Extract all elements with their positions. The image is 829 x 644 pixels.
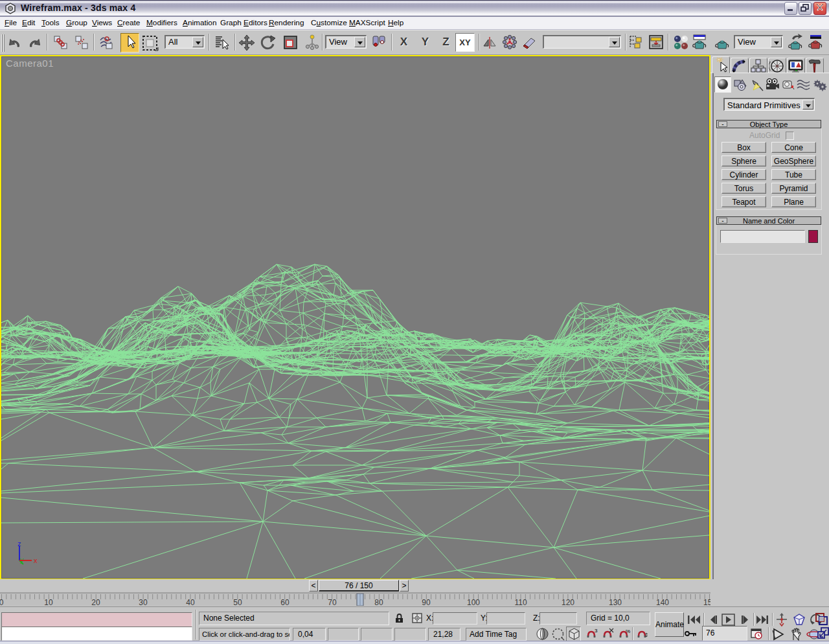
svg-text:z: z [17, 540, 21, 547]
svg-text:100: 100 [467, 598, 480, 606]
svg-text:140: 140 [656, 598, 669, 606]
svg-text:x: x [34, 557, 38, 564]
svg-text:80: 80 [374, 598, 383, 606]
svg-text:120: 120 [562, 598, 574, 606]
svg-text:30: 30 [139, 598, 148, 606]
svg-text:10: 10 [44, 598, 53, 606]
svg-text:0: 0 [0, 598, 4, 606]
svg-text:40: 40 [186, 598, 195, 606]
svg-text:110: 110 [514, 598, 527, 606]
svg-text:50: 50 [233, 598, 242, 606]
svg-text:90: 90 [422, 598, 431, 606]
svg-text:3: 3 [595, 628, 598, 634]
svg-text:150: 150 [703, 598, 710, 606]
svg-text:%: % [626, 628, 630, 634]
svg-text:130: 130 [609, 598, 622, 606]
svg-text:20: 20 [91, 598, 100, 606]
svg-text:60: 60 [280, 598, 290, 606]
svg-text:70: 70 [328, 598, 337, 606]
